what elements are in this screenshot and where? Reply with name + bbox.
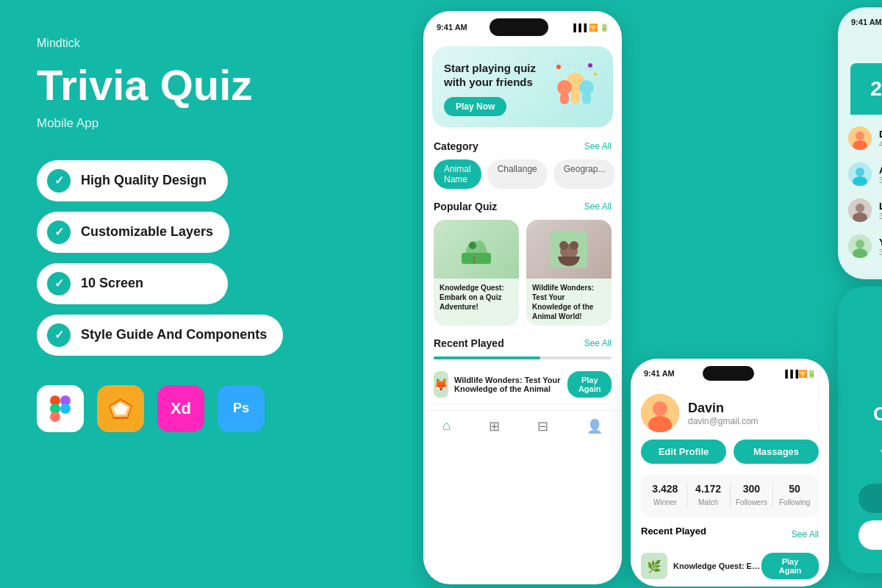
- nav-profile-icon[interactable]: 👤: [587, 418, 603, 434]
- svg-rect-3: [60, 404, 71, 414]
- feature-label-2: Customizable Layers: [81, 224, 213, 240]
- check-icon-4: ✓: [47, 323, 71, 347]
- svg-point-29: [856, 132, 864, 140]
- hero-title: Start playing quiz with your friends: [444, 61, 550, 90]
- play-now-button[interactable]: Play Now: [444, 97, 506, 116]
- phone3-container: 9:41 AM ▐▐▐🛜🔋 5,000 Points 2 1 3: [838, 7, 882, 581]
- tool-icons: Xd Ps: [37, 385, 375, 432]
- quiz-card-img-2: [526, 220, 612, 279]
- profile-see-all[interactable]: See All: [792, 529, 819, 539]
- profile-actions: Edit Profile Massages: [641, 440, 819, 464]
- cat-geo[interactable]: Geograp...: [553, 159, 616, 189]
- profile-info: Davin davin@gmail.com: [688, 401, 759, 426]
- stat-match: 4.172 Match: [690, 483, 727, 508]
- profile-header: Davin davin@gmail.com: [641, 384, 819, 440]
- app-title: Trivia Quiz: [37, 62, 375, 109]
- lb-name-alanda: Alanda: [879, 165, 882, 176]
- phone-mockup-1: 9:41 AM ▐▐▐ 🛜 🔋 Start playing quiz with …: [423, 11, 622, 584]
- xd-icon: Xd: [157, 385, 204, 432]
- popular-label: Popular Quiz: [434, 201, 497, 212]
- status-bar-1: 9:41 AM ▐▐▐ 🛜 🔋: [423, 11, 622, 39]
- brand: Mindtick: [37, 37, 375, 50]
- lb-name-lestari: Lestari: [879, 201, 882, 212]
- svg-rect-19: [462, 253, 491, 264]
- recent-section: 🦊 Wildlife Wonders: Test Your Knowledge …: [423, 354, 622, 407]
- feature-item-3: ✓ 10 Screen: [37, 263, 228, 304]
- recent-item-1: 🦊 Wildlife Wonders: Test Your Knowledge …: [434, 365, 612, 404]
- svg-point-20: [469, 242, 476, 249]
- notch-2: [703, 366, 754, 381]
- status-time-2: 9:41 AM: [644, 369, 675, 378]
- category-label: Category: [434, 140, 478, 152]
- quiz-card-2[interactable]: Wildlife Wonders: Test Your Knowledge of…: [526, 220, 612, 326]
- lb-name-david: David: [879, 129, 882, 140]
- svg-point-32: [856, 168, 864, 176]
- status-bar-2: 9:41 AM ▐▐▐🛜🔋: [631, 359, 829, 384]
- podium: 2 1 3: [838, 40, 882, 121]
- congrats-title: CONGRATS!!: [873, 403, 882, 426]
- nav-home-icon[interactable]: ⌂: [442, 418, 451, 434]
- category-see-all[interactable]: See All: [584, 141, 612, 151]
- points-label: 5,000 Points: [838, 32, 882, 40]
- feature-item-2: ✓ Customizable Layers: [37, 212, 229, 253]
- popular-see-all[interactable]: See All: [584, 201, 612, 212]
- app-subtitle: Mobile App: [37, 116, 375, 131]
- quiz-card-1[interactable]: Knowledge Quest: Embark on a Quiz Advent…: [434, 220, 519, 326]
- lb-avatar-alanda: [848, 162, 872, 186]
- feature-item-1: ✓ High Quality Design: [37, 160, 228, 201]
- profile-avatar: [641, 394, 679, 432]
- feature-item-4: ✓ Style Guide And Components: [37, 315, 283, 356]
- stat-following: 50 Following: [776, 483, 813, 508]
- right-panel: 9:41 AM ▐▐▐ 🛜 🔋 Start playing quiz with …: [412, 0, 882, 588]
- popular-header: Popular Quiz See All: [423, 195, 622, 217]
- nav-archive-icon[interactable]: ⊟: [537, 418, 548, 434]
- edit-profile-button[interactable]: Edit Profile: [641, 440, 726, 464]
- profile-name: Davin: [688, 401, 759, 416]
- svg-rect-13: [571, 87, 580, 104]
- svg-point-23: [559, 241, 568, 250]
- lb-pts-alanda: 3,770 Points: [879, 176, 882, 184]
- back-to-home-button[interactable]: Back to Home: [858, 484, 882, 513]
- notch-1: [490, 18, 548, 36]
- svg-point-24: [570, 241, 578, 250]
- svg-point-38: [856, 240, 864, 248]
- stat-winner: 3.428 Winner: [647, 483, 684, 508]
- ps-icon: Ps: [218, 385, 265, 432]
- leaderboard-button[interactable]: Leaderboard: [858, 520, 882, 550]
- svg-rect-14: [582, 93, 591, 104]
- play-again-button[interactable]: Play Again: [567, 371, 612, 398]
- profile-play-again-button[interactable]: Play Again: [761, 553, 819, 579]
- leaderboard-list: David 4,000 Points 4 Alanda 3,770 Points…: [838, 121, 882, 265]
- svg-rect-4: [50, 412, 60, 422]
- recent-quiz-label: Wildlife Wonders: Test Your Knowledge of…: [454, 376, 567, 393]
- status-time-1: 9:41 AM: [437, 23, 467, 32]
- feature-label-1: High Quality Design: [81, 173, 207, 188]
- recent-played-label-2: Recent Played: [641, 526, 706, 537]
- hero-banner: Start playing quiz with your friends Pla…: [432, 46, 613, 127]
- check-icon-1: ✓: [47, 169, 71, 193]
- sketch-icon: [97, 385, 144, 432]
- lb-row-lestari: Lestari 3,500 Points 6: [848, 193, 882, 229]
- bottom-nav: ⌂ ⊞ ⊟ 👤: [423, 410, 622, 443]
- profile-recent-label: Knowledge Quest: Embark on a Quiz Advent…: [673, 562, 761, 570]
- profile-content: Davin davin@gmail.com Edit Profile Massa…: [631, 384, 829, 586]
- cat-animal[interactable]: Animal Name: [434, 159, 481, 189]
- svg-point-16: [588, 63, 592, 68]
- recent-see-all[interactable]: See All: [584, 338, 612, 348]
- nav-quiz-icon[interactable]: ⊞: [489, 418, 500, 434]
- lb-pts-lestari: 3,500 Points: [879, 212, 882, 220]
- feature-label-4: Style Guide And Components: [81, 327, 267, 343]
- lb-name-you: You: [879, 237, 882, 248]
- status-right-1: ▐▐▐ 🛜 🔋: [571, 24, 609, 32]
- congrats-buttons: Back to Home Leaderboard: [853, 484, 882, 550]
- recent-label: Recent Played: [434, 337, 504, 349]
- lb-row-alanda: Alanda 3,770 Points 5: [848, 157, 882, 193]
- svg-point-15: [556, 65, 561, 69]
- quiz-card-label-1: Knowledge Quest: Embark on a Quiz Advent…: [434, 279, 519, 316]
- podium-block-2: 2: [850, 63, 882, 115]
- features-list: ✓ High Quality Design ✓ Customizable Lay…: [37, 160, 375, 356]
- messages-button[interactable]: Massages: [734, 440, 819, 464]
- profile-recent-img: 🌿: [641, 553, 667, 579]
- cat-challenge[interactable]: Challange: [487, 159, 548, 189]
- recent-header: Recent Played See All: [423, 331, 622, 354]
